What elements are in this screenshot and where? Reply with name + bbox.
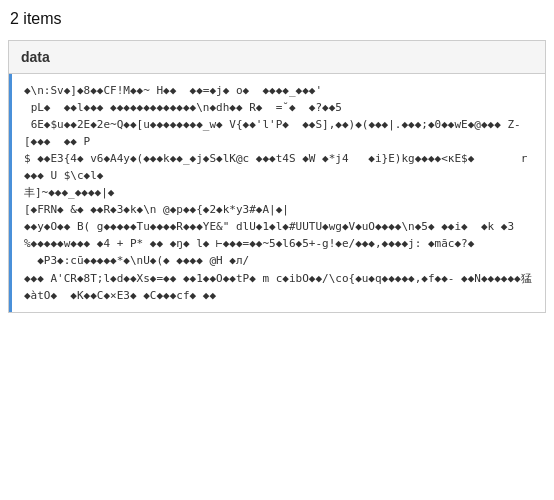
data-panel: data ◆\n:Sv◆]◆8◆◆CF!M◆◆~ H◆◆ ◆◆=◆j◆ o◆ ◆… [8,40,546,313]
items-count: 2 items [10,10,62,27]
header: 2 items [0,0,554,36]
data-panel-header: data [9,41,545,74]
data-content[interactable]: ◆\n:Sv◆]◆8◆◆CF!M◆◆~ H◆◆ ◆◆=◆j◆ o◆ ◆◆◆◆_◆… [9,74,545,312]
